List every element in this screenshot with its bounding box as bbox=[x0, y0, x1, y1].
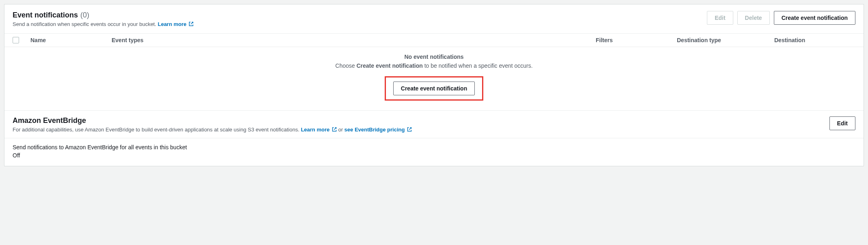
empty-state-title: No event notifications bbox=[13, 54, 855, 60]
event-notifications-header: Event notifications (0) Send a notificat… bbox=[4, 4, 864, 34]
eventbridge-section: Amazon EventBridge For additional capabi… bbox=[4, 110, 864, 166]
event-notifications-description-text: Send a notification when specific events… bbox=[13, 21, 156, 27]
empty-state-description: Choose Create event notification to be n… bbox=[13, 62, 855, 69]
event-notifications-table-header: Name Event types Filters Destination typ… bbox=[4, 34, 864, 47]
learn-more-label: Learn more bbox=[158, 21, 187, 27]
eventbridge-pricing-link[interactable]: see EventBridge pricing bbox=[345, 127, 412, 133]
eventbridge-title-text: Amazon EventBridge bbox=[13, 116, 86, 125]
external-link-icon bbox=[332, 127, 337, 133]
highlighted-create-button-box: Create event notification bbox=[385, 76, 483, 101]
eventbridge-description-text: For additional capabilities, use Amazon … bbox=[13, 127, 299, 133]
column-name: Name bbox=[30, 37, 112, 43]
column-filters: Filters bbox=[596, 37, 677, 43]
external-link-icon bbox=[407, 127, 412, 133]
create-event-notification-button-center[interactable]: Create event notification bbox=[393, 82, 475, 95]
event-notifications-count: (0) bbox=[80, 11, 89, 19]
empty-desc-suffix: to be notified when a specific event occ… bbox=[423, 62, 533, 69]
event-notifications-actions: Edit Delete Create event notification bbox=[707, 11, 855, 25]
eventbridge-setting-label: Send notifications to Amazon EventBridge… bbox=[13, 144, 855, 150]
select-all-checkbox[interactable] bbox=[13, 37, 19, 43]
event-notifications-title: Event notifications (0) bbox=[13, 11, 707, 19]
event-notifications-title-text: Event notifications bbox=[13, 11, 78, 19]
empty-desc-prefix: Choose bbox=[335, 62, 356, 69]
empty-desc-bold: Create event notification bbox=[356, 62, 422, 69]
event-notifications-description: Send a notification when specific events… bbox=[13, 21, 707, 28]
external-link-icon bbox=[189, 21, 194, 28]
eventbridge-edit-button[interactable]: Edit bbox=[829, 116, 855, 130]
eventbridge-pricing-label: see EventBridge pricing bbox=[345, 127, 405, 133]
eventbridge-header: Amazon EventBridge For additional capabi… bbox=[4, 111, 864, 138]
column-checkbox bbox=[13, 37, 30, 43]
empty-state: No event notifications Choose Create eve… bbox=[4, 47, 864, 110]
create-event-notification-button[interactable]: Create event notification bbox=[774, 11, 855, 25]
event-notifications-learn-more-link[interactable]: Learn more bbox=[158, 21, 194, 27]
eventbridge-setting-value: Off bbox=[13, 152, 855, 159]
eventbridge-title: Amazon EventBridge bbox=[13, 116, 829, 125]
column-destination-type: Destination type bbox=[677, 37, 774, 43]
edit-button[interactable]: Edit bbox=[707, 11, 733, 25]
event-notifications-title-group: Event notifications (0) Send a notificat… bbox=[13, 11, 707, 28]
eventbridge-title-group: Amazon EventBridge For additional capabi… bbox=[13, 116, 829, 133]
eventbridge-learn-more-link[interactable]: Learn more bbox=[301, 127, 338, 133]
eventbridge-learn-more-label: Learn more bbox=[301, 127, 330, 133]
eventbridge-actions: Edit bbox=[829, 116, 855, 130]
delete-button[interactable]: Delete bbox=[737, 11, 770, 25]
column-destination: Destination bbox=[774, 37, 855, 43]
eventbridge-or-text: or bbox=[338, 127, 344, 133]
eventbridge-body: Send notifications to Amazon EventBridge… bbox=[4, 138, 864, 166]
event-notifications-panel: Event notifications (0) Send a notificat… bbox=[4, 4, 864, 166]
eventbridge-description: For additional capabilities, use Amazon … bbox=[13, 127, 829, 133]
column-event-types: Event types bbox=[112, 37, 596, 43]
